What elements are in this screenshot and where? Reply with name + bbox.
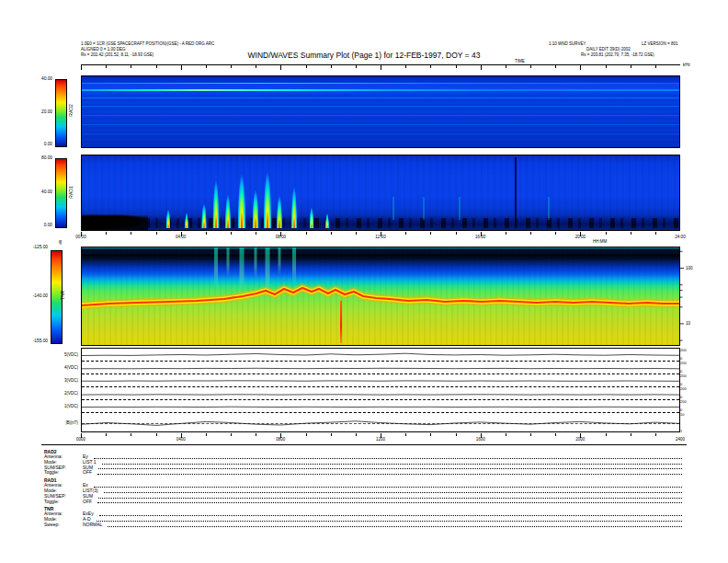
y-max-label: 200 [680, 349, 695, 353]
faint-streak [392, 197, 394, 219]
tnr-frequency-axis [680, 247, 693, 346]
time-axis-label: TIME [515, 59, 525, 63]
panel-label: 5(VDC) [40, 352, 78, 358]
rad1-spectrogram [81, 155, 680, 231]
bottom-time-axis-labels: 0000 0400 0800 1200 1600 2000 2400 [81, 437, 680, 442]
rad1-panel-label: RAD1 [68, 178, 74, 206]
config-row: Toggle:OFF [44, 500, 684, 505]
housekeeping-line-panels: 5(VDC) 200 0 4(VDC) 200 0 3(VDC) 200 0 2… [81, 348, 680, 432]
radio-burst [165, 205, 171, 227]
radio-burst [212, 169, 221, 227]
config-value: OFF [83, 470, 92, 476]
trace [82, 374, 679, 386]
dotted-leader [99, 514, 682, 516]
rad2-cb-tick-max: 40.00 [28, 76, 52, 82]
radio-burst [184, 209, 188, 228]
trace [82, 400, 679, 412]
y-max-label: 200 [680, 362, 695, 366]
top-time-axis [81, 64, 680, 70]
dotted-leader [104, 491, 682, 493]
radio-burst [276, 189, 283, 227]
radio-burst [262, 159, 272, 228]
y-max-label: 200 [680, 387, 695, 392]
faint-streak [459, 197, 461, 219]
dotted-leader [97, 473, 682, 475]
panel-label: 2(VDC) [40, 391, 78, 396]
radio-burst [201, 198, 208, 227]
speckle-band [82, 218, 679, 228]
radio-burst [290, 178, 298, 228]
red-vertical-feature [340, 301, 342, 343]
config-label: Toggle: [44, 500, 83, 505]
footer-divider [41, 444, 687, 445]
daily-edit: DAILY EDIT 39(D) 2002 [586, 47, 631, 52]
time-tick-label: 24:00 [675, 235, 685, 239]
config-row: Toggle:OFF [44, 470, 684, 476]
line-panel-2vdc: 2(VDC) 200 0 [82, 387, 679, 400]
time-tick-label: 00:00 [75, 235, 85, 239]
time-tick-label: 2400 [676, 437, 685, 442]
line-panel-1vdc: 1(VDC) 200 0 [82, 400, 679, 413]
config-label: Toggle: [44, 470, 83, 476]
header-left-line1: 1.0E0 = 1CR (GSE SPACECRAFT POSITION)(GS… [81, 41, 214, 46]
y-min-label: 1 [680, 430, 695, 434]
time-tick-label: 12:00 [375, 235, 385, 239]
line-panel-bfield: |B|(nT) 10 1 [82, 413, 679, 433]
colorbar-unit-label: dB [59, 236, 63, 247]
faint-streak [423, 197, 425, 219]
radio-burst [251, 181, 259, 227]
tnr-spectrogram [81, 247, 680, 346]
plasma-frequency-line [82, 247, 679, 345]
rad1-cb-tick-mid: 40.00 [28, 190, 52, 195]
tnr-cb-tick-max: -125.00 [19, 245, 48, 250]
panel-label: 1(VDC) [40, 404, 78, 409]
data-gap-line [515, 157, 517, 229]
panel-label: 4(VDC) [40, 365, 78, 371]
time-tick-label: 16:00 [475, 235, 485, 239]
trace [82, 362, 679, 373]
config-value: OFF [83, 500, 92, 505]
dotted-leader [94, 457, 682, 459]
bright-streak [82, 89, 679, 91]
faint-streak [548, 197, 550, 219]
tnr-cb-tick-min: -155.00 [19, 339, 48, 344]
time-tick-label: 2000 [575, 437, 585, 442]
y-max-label: 10 [680, 413, 695, 418]
config-label: Sweep: [44, 523, 83, 528]
rad1-cb-tick-max: 80.00 [28, 155, 52, 161]
y-max-label: 200 [680, 400, 695, 405]
lz-version: LZ VERSION = 801 [642, 41, 677, 46]
line-panel-3vdc: 3(VDC) 200 0 [82, 374, 679, 387]
tnr-cb-tick-mid: -140.00 [19, 293, 48, 299]
time-tick-label: 20:00 [575, 235, 586, 239]
time-tick-label: 0800 [276, 437, 285, 442]
dotted-leader [98, 497, 682, 499]
time-tick-label: 1600 [476, 437, 485, 442]
mid-time-axis-labels: 00:00 04:00 08:00 12:00 16:00 20:00 24:0… [81, 235, 680, 240]
time-tick-label: 0400 [176, 437, 186, 442]
dotted-leader [102, 463, 682, 465]
radio-burst [324, 210, 329, 227]
dotted-leader [98, 467, 682, 469]
line-panel-4vdc: 4(VDC) 200 0 [82, 362, 679, 374]
dotted-leader [94, 486, 682, 488]
freq-tick-100: 100 [686, 266, 693, 270]
panel-label: |B|(nT) [40, 420, 78, 426]
rad2-colorbar [55, 79, 67, 147]
radio-burst [309, 202, 314, 228]
trace [82, 387, 679, 399]
dotted-leader [108, 525, 682, 527]
rad2-panel-label: RAD2 [68, 97, 74, 124]
interference-line [82, 83, 679, 84]
config-value: NORMAL [83, 523, 102, 528]
time-format-label: HH:MM [593, 239, 607, 244]
interference-line [82, 98, 679, 98]
interference-line [82, 124, 679, 125]
instrument-config-table: RAD2 Antenna:Ey Mode:LIST 1 SUM/SEP:SUM … [44, 447, 684, 528]
time-tick-label: 08:00 [276, 235, 286, 239]
program-version: 1.10 WND SURVEY [549, 41, 586, 46]
dotted-leader [97, 520, 682, 522]
rad2-cb-tick-min: 0.00 [28, 142, 52, 147]
spacecraft-position-end: Rs = 203.81 (202.79, 7.35, -18.72 GSE) [581, 52, 654, 57]
line-panel-5vdc: 5(VDC) 200 0 [82, 349, 679, 362]
